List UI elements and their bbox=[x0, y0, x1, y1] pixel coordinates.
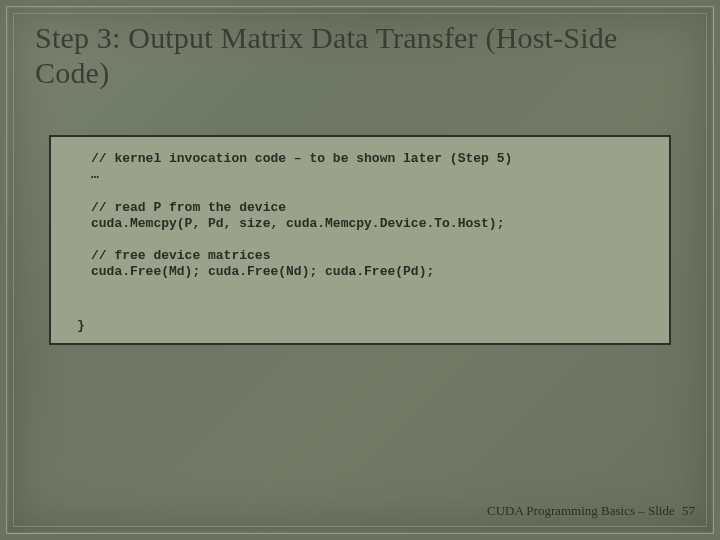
code-blank-1 bbox=[69, 184, 651, 200]
footer-label: CUDA Programming Basics – Slide bbox=[487, 503, 675, 518]
code-line-ellipsis: … bbox=[69, 167, 651, 183]
code-line-comment-free: // free device matrices bbox=[69, 248, 651, 264]
code-line-comment-read: // read P from the device bbox=[69, 200, 651, 216]
slide-title: Step 3: Output Matrix Data Transfer (Hos… bbox=[35, 21, 685, 90]
code-blank-2 bbox=[69, 232, 651, 248]
footer-slide-number: 57 bbox=[682, 503, 695, 518]
slide-frame: Step 3: Output Matrix Data Transfer (Hos… bbox=[6, 6, 714, 534]
code-line-memcpy: cuda.Memcpy(P, Pd, size, cuda.Memcpy.Dev… bbox=[69, 216, 651, 232]
code-line-free: cuda.Free(Md); cuda.Free(Nd); cuda.Free(… bbox=[69, 264, 651, 280]
slide-footer: CUDA Programming Basics – Slide 57 bbox=[487, 503, 695, 519]
code-closing-brace: } bbox=[77, 318, 85, 333]
code-line-comment-kernel: // kernel invocation code – to be shown … bbox=[69, 151, 651, 167]
code-box: // kernel invocation code – to be shown … bbox=[49, 135, 671, 345]
